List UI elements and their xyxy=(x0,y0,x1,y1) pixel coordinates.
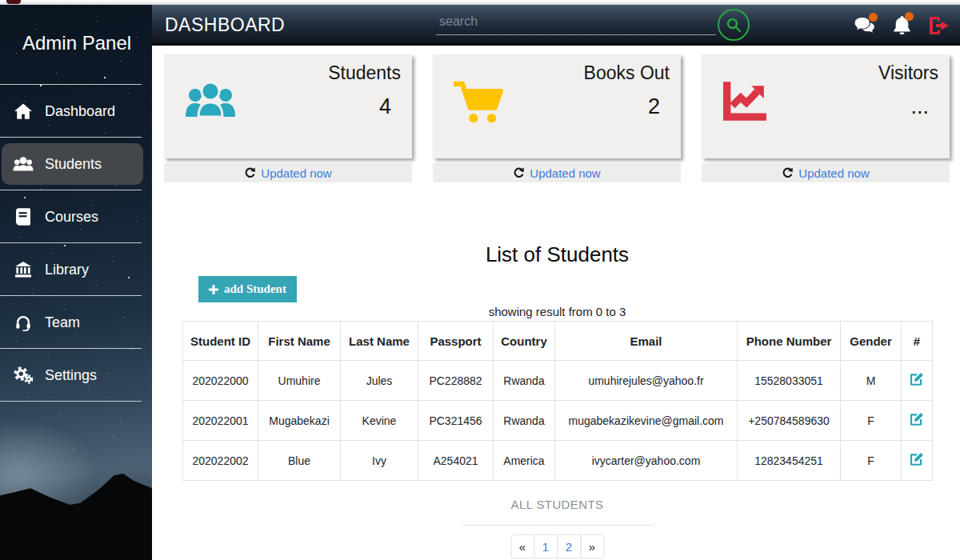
col-last-name: Last Name xyxy=(341,322,418,361)
window-corner-decoration xyxy=(6,0,21,4)
refresh-icon xyxy=(782,167,794,179)
cell-actions xyxy=(902,401,933,441)
add-student-button[interactable]: add Student xyxy=(198,276,297,302)
card-value: 2 xyxy=(648,94,660,119)
all-students-label: ALL STUDENTS xyxy=(182,498,932,511)
mountain-silhouette xyxy=(0,468,152,560)
cell-actions xyxy=(902,441,933,481)
cell-actions xyxy=(902,361,933,401)
card-value: 4 xyxy=(379,94,391,119)
logout-button[interactable] xyxy=(930,17,949,34)
edit-student-button[interactable] xyxy=(910,372,924,386)
sidebar-item-label: Library xyxy=(45,262,89,278)
cell-student-id: 202022002 xyxy=(183,441,258,481)
edit-icon xyxy=(910,452,924,466)
search-button[interactable] xyxy=(718,9,750,41)
notifications-button[interactable] xyxy=(894,16,910,34)
cell-first-name: Mugabekazi xyxy=(258,401,341,441)
cell-country: Rwanda xyxy=(494,401,555,441)
sidebar-item-label: Dashboard xyxy=(45,103,115,120)
sidebar-item-team[interactable]: Team xyxy=(0,296,152,349)
app-title: Admin Panel xyxy=(0,5,152,85)
stat-cards-row: Students 4 Updated now xyxy=(164,54,950,182)
search-icon xyxy=(726,17,742,33)
sidebar-item-dashboard[interactable]: Dashboard xyxy=(0,85,152,138)
section-heading: List of Students xyxy=(182,242,932,267)
chart-line-icon xyxy=(722,80,769,125)
table-row: 202022000 Umuhire Jules PC228882 Rwanda … xyxy=(183,361,933,401)
cell-email: ivycarter@yahoo.com xyxy=(555,441,738,481)
cell-phone: 15528033051 xyxy=(738,361,841,401)
stat-card-students: Students 4 Updated now xyxy=(164,54,412,182)
sidebar-item-settings[interactable]: Settings xyxy=(0,349,152,402)
messages-button[interactable] xyxy=(854,17,874,34)
sidebar-item-label: Settings xyxy=(45,367,97,384)
gears-icon xyxy=(13,366,34,384)
sign-out-icon xyxy=(930,17,949,34)
col-student-id: Student ID xyxy=(183,322,258,361)
pagination-next[interactable]: » xyxy=(580,534,604,558)
edit-icon xyxy=(910,372,924,386)
messages-badge xyxy=(869,13,878,22)
col-email: Email xyxy=(555,322,738,361)
students-table: Student ID First Name Last Name Passport… xyxy=(182,321,933,481)
sidebar-item-library[interactable]: Library xyxy=(0,243,152,296)
col-country: Country xyxy=(494,322,555,361)
cell-gender: F xyxy=(841,441,902,481)
users-icon xyxy=(13,156,34,173)
edit-icon xyxy=(910,412,924,426)
stat-card: Books Out 2 xyxy=(433,54,681,158)
cart-icon xyxy=(454,80,503,126)
col-passport: Passport xyxy=(418,322,494,361)
cell-last-name: Jules xyxy=(341,361,418,401)
header-icons xyxy=(854,5,949,46)
cell-first-name: Umuhire xyxy=(258,361,341,401)
pagination-page-2[interactable]: 2 xyxy=(557,534,581,558)
page-title: DASHBOARD xyxy=(165,14,285,36)
add-student-label: add Student xyxy=(224,282,286,296)
book-icon xyxy=(13,208,34,226)
card-updated-link[interactable]: Updated now xyxy=(433,163,681,182)
cell-first-name: Blue xyxy=(258,441,341,481)
cell-passport: PC228882 xyxy=(418,361,494,401)
edit-student-button[interactable] xyxy=(910,452,924,466)
cell-last-name: Ivy xyxy=(341,441,418,481)
users-icon xyxy=(185,80,236,125)
card-updated-label: Updated now xyxy=(798,166,869,180)
stat-card-visitors: Visitors ... Updated now xyxy=(702,54,950,182)
card-updated-label: Updated now xyxy=(261,166,331,180)
sidebar-item-courses[interactable]: Courses xyxy=(0,190,152,243)
cell-passport: A254021 xyxy=(418,441,494,481)
table-row: 202022001 Mugabekazi Kevine PC321456 Rwa… xyxy=(183,401,933,441)
pagination-page-1[interactable]: 1 xyxy=(534,534,558,558)
pagination-divider xyxy=(462,525,654,526)
cell-student-id: 202022000 xyxy=(183,361,258,401)
card-value: ... xyxy=(910,94,929,119)
notifications-badge xyxy=(905,12,914,21)
main-content: Students 4 Updated now xyxy=(152,46,960,560)
card-updated-link[interactable]: Updated now xyxy=(702,163,950,182)
card-title: Students xyxy=(328,62,401,84)
table-header-row: Student ID First Name Last Name Passport… xyxy=(183,322,933,361)
sidebar-item-students[interactable]: Students xyxy=(0,138,152,190)
stat-card: Visitors ... xyxy=(702,54,950,158)
sidebar: Admin Panel Dashboard Students Co xyxy=(0,5,152,560)
cell-country: America xyxy=(494,441,555,481)
edit-student-button[interactable] xyxy=(910,412,924,426)
pagination-prev[interactable]: « xyxy=(510,534,534,558)
col-actions: # xyxy=(902,322,933,361)
cell-country: Rwanda xyxy=(494,361,555,401)
showing-result-text: showing result from 0 to 3 xyxy=(182,305,932,318)
cell-passport: PC321456 xyxy=(418,401,494,441)
card-updated-link[interactable]: Updated now xyxy=(164,163,412,182)
stat-card-books-out: Books Out 2 Updated now xyxy=(433,54,681,182)
col-first-name: First Name xyxy=(258,322,341,361)
cell-student-id: 202022001 xyxy=(183,401,258,441)
search-input[interactable] xyxy=(436,13,716,35)
refresh-icon xyxy=(244,167,256,179)
refresh-icon xyxy=(513,167,525,179)
cell-gender: M xyxy=(841,361,902,401)
plus-icon xyxy=(209,285,218,294)
cell-email: umuhirejules@yahoo.fr xyxy=(555,361,738,401)
cell-email: mugabekazikevine@gmail.com xyxy=(555,401,738,441)
